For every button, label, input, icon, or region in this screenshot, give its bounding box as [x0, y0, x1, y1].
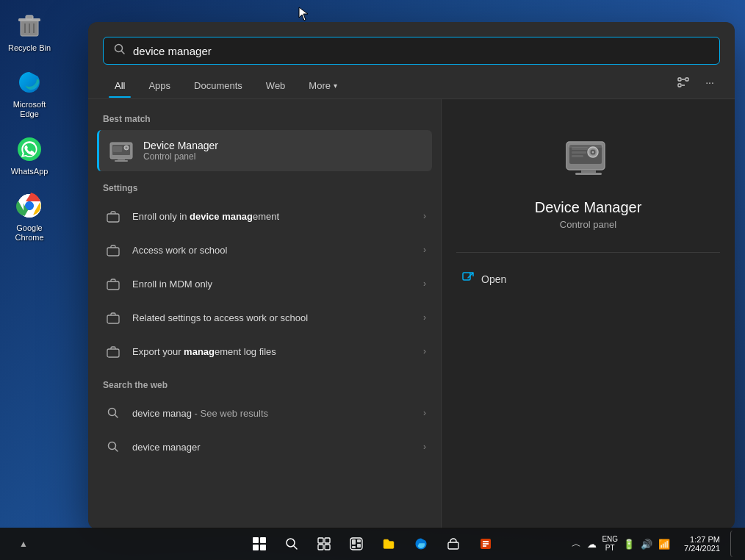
svg-rect-9 [26, 15, 33, 19]
web-result-1[interactable]: device manag - See web results › [88, 396, 441, 430]
office-button[interactable] [471, 531, 500, 557]
recycle-bin-label: Recycle Bin [8, 43, 51, 53]
store-button[interactable] [439, 531, 468, 557]
edge-taskbar-button[interactable] [406, 531, 436, 557]
svg-rect-59 [352, 539, 356, 545]
web-section: Search the web device manag - See web re… [88, 377, 441, 464]
result-item-related-settings[interactable]: Related settings to access work or schoo… [88, 301, 441, 334]
taskbar-search-button[interactable] [277, 531, 306, 557]
chevron-right-icon-3: › [423, 279, 426, 289]
web-label: Search the web [88, 377, 441, 396]
best-match-label: Best match [88, 111, 441, 130]
search-tabs: All Apps Documents Web More ▾ [88, 65, 735, 99]
more-options-icon[interactable]: ··· [699, 72, 720, 93]
svg-rect-19 [678, 84, 681, 87]
files-button[interactable] [374, 531, 403, 557]
open-action-icon [462, 272, 474, 287]
chrome-label: Google Chrome [7, 223, 51, 243]
taskbar-left: ▲ [9, 531, 38, 557]
open-action-label: Open [481, 273, 506, 285]
whatsapp-icon [15, 134, 44, 164]
cloud-icon[interactable]: ☁ [585, 537, 599, 551]
svg-rect-47 [572, 155, 583, 157]
svg-rect-27 [115, 160, 128, 162]
tab-all[interactable]: All [103, 74, 137, 97]
taskbar-right: ︿ ☁ ENG PT 🔋 🔊 📶 1:27 PM 7/24/2021 [566, 531, 736, 557]
svg-rect-50 [568, 143, 603, 148]
system-tray: ︿ ☁ ENG PT 🔋 🔊 📶 [566, 535, 675, 553]
taskbar-chevron-btn[interactable]: ▲ [9, 531, 38, 557]
best-match-item[interactable]: Device Manager Control panel [97, 130, 432, 171]
briefcase-icon-1 [103, 206, 123, 226]
chevron-right-icon-5: › [423, 346, 426, 356]
tab-extra-icons: ··· [673, 72, 720, 98]
result-item-export-log[interactable]: Export your management log files › [88, 334, 441, 368]
preview-subtitle: Control panel [560, 219, 616, 230]
svg-rect-56 [318, 545, 323, 550]
desktop-icon-recycle-bin[interactable]: Recycle Bin [4, 7, 55, 57]
tab-apps[interactable]: Apps [137, 74, 182, 97]
desktop-icon-chrome[interactable]: Google Chrome [4, 187, 55, 246]
up-arrow-icon[interactable]: ︿ [569, 536, 583, 552]
result-item-access-work[interactable]: Access work or school › [88, 233, 441, 267]
svg-rect-18 [678, 78, 681, 81]
svg-rect-32 [107, 248, 119, 256]
battery-icon[interactable]: 🔋 [621, 537, 637, 551]
widgets-button[interactable] [342, 531, 371, 557]
chevron-right-icon-web-1: › [423, 408, 426, 418]
svg-line-17 [122, 51, 125, 54]
volume-icon[interactable]: 🔊 [638, 537, 655, 551]
svg-rect-62 [352, 546, 356, 548]
search-icon [114, 43, 126, 58]
best-match-title: Device Manager [143, 140, 218, 151]
windows-logo-icon [253, 537, 266, 550]
tab-web[interactable]: Web [254, 74, 298, 97]
task-view-button[interactable] [309, 531, 339, 557]
svg-line-53 [294, 546, 297, 549]
start-button[interactable] [245, 531, 274, 557]
eng-lang[interactable]: ENG PT [600, 535, 619, 553]
chevron-down-icon: ▾ [334, 82, 337, 90]
briefcase-icon-5 [103, 341, 123, 362]
svg-point-29 [126, 147, 128, 149]
preview-divider [456, 252, 720, 253]
desktop-icon-edge[interactable]: Microsoft Edge [4, 64, 55, 123]
best-match-text: Device Manager Control panel [143, 140, 218, 162]
search-input-wrapper [103, 37, 720, 65]
chevron-right-icon-web-2: › [423, 442, 426, 452]
web-result-1-text: device manag - See web results [132, 408, 414, 419]
svg-rect-49 [575, 173, 602, 175]
taskbar: ▲ [0, 528, 745, 560]
svg-point-52 [287, 539, 295, 547]
network-icon[interactable]: 📶 [656, 537, 672, 551]
system-clock[interactable]: 1:27 PM 7/24/2021 [678, 535, 726, 553]
edge-icon [15, 68, 44, 97]
whatsapp-label: WhatsApp [11, 167, 48, 176]
preview-open-action[interactable]: Open [456, 265, 720, 294]
web-search-icon-1 [103, 403, 123, 423]
briefcase-icon-3 [103, 273, 123, 294]
tab-more[interactable]: More ▾ [297, 74, 349, 97]
chevron-right-icon-1: › [423, 211, 426, 221]
search-input[interactable] [133, 45, 709, 57]
search-content: Best match [88, 99, 735, 529]
web-result-2[interactable]: device manager › [88, 430, 441, 464]
edge-label: Microsoft Edge [7, 100, 51, 119]
search-overlay: All Apps Documents Web More ▾ [88, 22, 735, 529]
web-search-icon-2 [103, 437, 123, 457]
tab-documents[interactable]: Documents [182, 74, 254, 97]
result-item-enroll-device[interactable]: Enroll only in device management › [88, 199, 441, 233]
show-desktop-button[interactable] [730, 531, 736, 557]
desktop-icon-whatsapp[interactable]: WhatsApp [4, 131, 55, 180]
export-log-text: Export your management log files [132, 346, 414, 357]
svg-rect-54 [318, 538, 323, 543]
preview-device-manager-icon [559, 129, 618, 187]
best-match-subtitle: Control panel [143, 151, 218, 162]
svg-rect-63 [448, 542, 458, 549]
web-result-2-text: device manager [132, 442, 414, 453]
svg-rect-46 [572, 151, 586, 154]
svg-point-15 [26, 201, 34, 209]
svg-rect-60 [357, 539, 361, 542]
result-item-enroll-mdm[interactable]: Enroll in MDM only › [88, 267, 441, 301]
search-settings-icon[interactable] [673, 72, 694, 93]
